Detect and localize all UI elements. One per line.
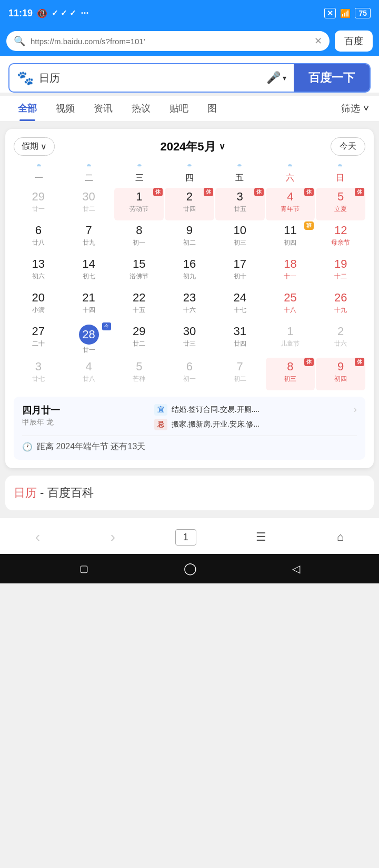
nav-forward-button[interactable]: › (100, 526, 126, 549)
mic-chevron: ▾ (283, 74, 286, 82)
weekday-header: 一 二 三 四 五 六 日 (14, 170, 365, 186)
cal-day-may30[interactable]: 30 廿三 (165, 322, 214, 357)
filter-tab-image[interactable]: 图 (198, 96, 226, 121)
url-baidu-button[interactable]: 百度 (335, 31, 373, 52)
work-badge-may11: 班 (304, 221, 314, 230)
nav-menu-button[interactable]: ☰ (245, 527, 277, 547)
cal-day-may5[interactable]: 休 5 立夏 (316, 188, 365, 220)
cal-day-jun6[interactable]: 6 初一 (165, 358, 214, 390)
yi-text: 结婚.签订合同.交易.开厕.... (172, 405, 260, 415)
date-info-panel[interactable]: 四月廿一 甲辰年 龙 宜 结婚.签订合同.交易.开厕.... 忌 搬家.搬新房.… (14, 397, 365, 460)
cal-day-may12[interactable]: 12 母亲节 (316, 221, 365, 254)
baike-title-red: 日历 (14, 486, 37, 499)
url-input-wrap[interactable]: 🔍 https://m.baidu.com/s?from=101' ✕ (6, 31, 330, 51)
cal-day-may8[interactable]: 8 初一 (114, 221, 164, 254)
filter-tab-news[interactable]: 资讯 (84, 96, 122, 121)
cal-day-may25[interactable]: 25 十八 (266, 289, 315, 321)
cal-day-may15[interactable]: 15 浴佛节 (114, 255, 164, 288)
calendar-header: 假期 ∨ 2024年5月 ∨ 今天 (14, 137, 365, 156)
cal-day-may31[interactable]: 31 廿四 (215, 322, 265, 357)
cal-day-may7[interactable]: 7 廿九 (64, 221, 114, 254)
month-title[interactable]: 2024年5月 ∨ (160, 139, 225, 155)
android-circle-icon[interactable]: ◯ (184, 562, 197, 576)
ji-text: 搬家.搬新房.开业.安床.修... (172, 420, 260, 429)
status-time: 11:19 (8, 8, 33, 19)
cal-day-jun2[interactable]: 2 廿六 (316, 322, 365, 357)
filter-tab-all[interactable]: 全部 (8, 96, 46, 121)
cal-day-may18[interactable]: 18 十一 (266, 255, 315, 288)
search-submit-button[interactable]: 百度一下 (294, 64, 370, 92)
cal-day-jun9[interactable]: 休 9 初四 (316, 358, 365, 390)
cal-day-jun8[interactable]: 休 8 初三 (266, 358, 315, 390)
cal-day-may28-today[interactable]: 今 28 廿一 (64, 322, 114, 357)
cal-day-may1[interactable]: 休 1 劳动节 (114, 188, 164, 220)
mic-button[interactable]: 🎤 ▾ (259, 71, 294, 85)
cal-day-may4[interactable]: 休 4 青年节 (266, 188, 315, 220)
date-info-chevron-icon: › (354, 404, 357, 415)
cal-day-may24[interactable]: 24 十七 (215, 289, 265, 321)
cal-day-may21[interactable]: 21 十四 (64, 289, 114, 321)
cal-day-may27[interactable]: 27 二十 (14, 322, 63, 357)
cal-day-may14[interactable]: 14 初七 (64, 255, 114, 288)
cal-day-may3[interactable]: 休 3 廿五 (215, 188, 265, 220)
check-icons: ✓ ✓ ✓ (52, 8, 76, 18)
search-query-text: 日历 (39, 71, 252, 85)
nav-back-button[interactable]: ‹ (25, 526, 51, 549)
search-box[interactable]: 🐾 日历 🎤 ▾ 百度一下 (8, 63, 371, 93)
status-right: ✕ 📶 75 (324, 8, 371, 18)
countdown-text: 距离 2024年端午节 还有13天 (37, 441, 145, 452)
cal-day-may11[interactable]: 班 11 初四 (266, 221, 315, 254)
cal-day-may22[interactable]: 22 十五 (114, 289, 164, 321)
page-number-box[interactable]: 1 (175, 529, 196, 546)
holiday-badge-may4: 休 (304, 188, 314, 196)
search-left: 🐾 日历 (9, 70, 259, 86)
cal-day-may23[interactable]: 23 十六 (165, 289, 214, 321)
filter-screen-button[interactable]: 筛选 ⛛ (341, 102, 371, 115)
countdown-row: 🕐 距离 2024年端午节 还有13天 (22, 436, 357, 452)
date-info-header: 四月廿一 甲辰年 龙 宜 结婚.签订合同.交易.开厕.... 忌 搬家.搬新房.… (22, 404, 357, 430)
holiday-badge-may1: 休 (153, 188, 163, 196)
baike-section[interactable]: 日历 - 百度百科 (5, 476, 374, 510)
cal-day-may29[interactable]: 29 廿二 (114, 322, 164, 357)
android-square-icon[interactable]: ▢ (79, 563, 88, 574)
cal-day-may6[interactable]: 6 廿八 (14, 221, 63, 254)
filter-tab-video[interactable]: 视频 (46, 96, 84, 121)
url-close-icon[interactable]: ✕ (314, 35, 322, 47)
weekday-fri: 五 (215, 170, 265, 186)
android-back-icon[interactable]: ◁ (292, 562, 300, 575)
sim-icon: ✕ (324, 8, 336, 18)
nav-home-button[interactable]: ⌂ (326, 527, 354, 547)
cal-day-jun5[interactable]: 5 芒种 (114, 358, 164, 390)
cal-day-jun7[interactable]: 7 初二 (215, 358, 265, 390)
page-number: 1 (183, 532, 188, 542)
filter-tab-tieba[interactable]: 贴吧 (160, 96, 198, 121)
cal-day-may9[interactable]: 9 初二 (165, 221, 214, 254)
calendar-grid: 29 廿一 30 廿二 休 1 劳动节 休 2 廿四 休 3 廿五 休 4 青年… (14, 188, 365, 390)
today-button[interactable]: 今天 (331, 137, 365, 156)
cal-day-apr30[interactable]: 30 廿二 (64, 188, 114, 220)
baidu-paw-icon: 🐾 (17, 70, 34, 86)
filter-tab-hot[interactable]: 热议 (122, 96, 160, 121)
cal-day-jun1[interactable]: 1 儿童节 (266, 322, 315, 357)
today-marker-icon: 今 (102, 322, 111, 330)
cal-day-may13[interactable]: 13 初六 (14, 255, 63, 288)
holiday-badge-may3: 休 (254, 188, 264, 196)
cal-day-jun4[interactable]: 4 廿八 (64, 358, 114, 390)
cal-day-apr29[interactable]: 29 廿一 (14, 188, 63, 220)
holiday-button[interactable]: 假期 ∨ (14, 137, 55, 156)
year-animal-text: 甲辰年 龙 (22, 418, 60, 427)
yi-tag: 宜 (154, 404, 167, 416)
filter-icon: ⛛ (362, 104, 371, 113)
month-text: 2024年5月 (160, 139, 215, 155)
cal-day-may17[interactable]: 17 初十 (215, 255, 265, 288)
status-left: 11:19 📵 ✓ ✓ ✓ ··· (8, 8, 88, 19)
cal-day-may10[interactable]: 10 初三 (215, 221, 265, 254)
cal-day-may19[interactable]: 19 十二 (316, 255, 365, 288)
cal-day-may26[interactable]: 26 十九 (316, 289, 365, 321)
cal-day-may2[interactable]: 休 2 廿四 (165, 188, 214, 220)
cal-day-may16[interactable]: 16 初九 (165, 255, 214, 288)
mic-icon: 🎤 (266, 71, 281, 85)
yi-row: 宜 结婚.签订合同.交易.开厕.... (154, 404, 260, 416)
cal-day-may20[interactable]: 20 小满 (14, 289, 63, 321)
cal-day-jun3[interactable]: 3 廿七 (14, 358, 63, 390)
